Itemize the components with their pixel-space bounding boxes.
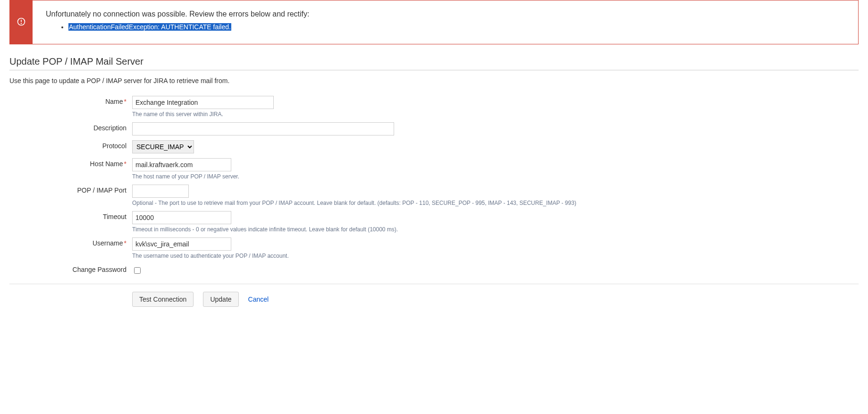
- update-button[interactable]: Update: [203, 292, 238, 307]
- timeout-hint: Timeout in milliseconds - 0 or negative …: [132, 226, 859, 233]
- username-hint: The username used to authenticate your P…: [132, 253, 859, 259]
- description-label: Description: [9, 122, 132, 132]
- protocol-select[interactable]: SECURE_IMAP: [132, 140, 194, 153]
- description-input[interactable]: [132, 122, 394, 135]
- host-hint: The host name of your POP / IMAP server.: [132, 173, 859, 180]
- error-icon: [17, 17, 26, 28]
- name-label: Name*: [9, 96, 132, 105]
- host-input[interactable]: [132, 158, 231, 171]
- cancel-link[interactable]: Cancel: [248, 296, 269, 303]
- protocol-label: Protocol: [9, 140, 132, 150]
- port-input[interactable]: [132, 185, 189, 198]
- name-hint: The name of this server within JIRA.: [132, 111, 859, 118]
- svg-point-2: [21, 23, 22, 24]
- page-description: Use this page to update a POP / IMAP ser…: [9, 77, 859, 84]
- name-input[interactable]: [132, 96, 274, 109]
- change-password-label: Change Password: [9, 264, 132, 273]
- test-connection-button[interactable]: Test Connection: [132, 292, 194, 307]
- host-label: Host Name*: [9, 158, 132, 168]
- error-list: AuthenticationFailedException: AUTHENTIC…: [46, 23, 845, 31]
- change-password-checkbox[interactable]: [134, 267, 141, 274]
- error-icon-column: [10, 0, 33, 44]
- port-hint: Optional - The port to use to retrieve m…: [132, 200, 859, 206]
- username-label: Username*: [9, 237, 132, 247]
- port-label: POP / IMAP Port: [9, 185, 132, 194]
- error-heading: Unfortunately no connection was possible…: [46, 10, 845, 18]
- timeout-label: Timeout: [9, 211, 132, 220]
- error-banner: Unfortunately no connection was possible…: [9, 0, 859, 44]
- page-title: Update POP / IMAP Mail Server: [9, 56, 859, 70]
- error-item: AuthenticationFailedException: AUTHENTIC…: [68, 23, 845, 31]
- error-item-text: AuthenticationFailedException: AUTHENTIC…: [68, 23, 231, 31]
- timeout-input[interactable]: [132, 211, 231, 224]
- username-input[interactable]: [132, 237, 231, 251]
